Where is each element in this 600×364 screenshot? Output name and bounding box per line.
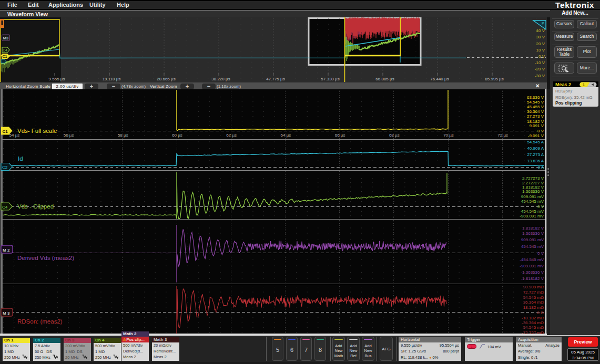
svg-text:56 µs: 56 µs bbox=[64, 133, 74, 138]
svg-text:0 Ω: 0 Ω bbox=[537, 310, 544, 315]
svg-text:M 3: M 3 bbox=[3, 311, 10, 316]
svg-text:454.545 mV: 454.545 mV bbox=[521, 244, 544, 249]
svg-text:9.555 µs: 9.555 µs bbox=[49, 77, 65, 81]
svg-text:27.273 A: 27.273 A bbox=[527, 152, 544, 157]
svg-text:0 V: 0 V bbox=[537, 251, 544, 256]
svg-text:C2: C2 bbox=[2, 165, 8, 170]
svg-text:72 µs: 72 µs bbox=[497, 133, 508, 138]
svg-text:-10 V: -10 V bbox=[535, 60, 545, 65]
svg-text:RDSon: (meas2): RDSon: (meas2) bbox=[17, 318, 63, 325]
svg-text:-54.545 mΩ: -54.545 mΩ bbox=[522, 325, 544, 330]
svg-text:57.330 µs: 57.330 µs bbox=[321, 77, 339, 81]
svg-text:90.909 mΩ: 90.909 mΩ bbox=[523, 285, 544, 289]
svg-text:C4: C4 bbox=[3, 48, 7, 52]
svg-text:M 2: M 2 bbox=[3, 248, 10, 253]
svg-text:85.995 µs: 85.995 µs bbox=[485, 77, 503, 81]
svg-text:10 V: 10 V bbox=[536, 48, 545, 53]
svg-text:30 V: 30 V bbox=[536, 35, 545, 39]
svg-text:9.091 V: 9.091 V bbox=[529, 123, 544, 128]
svg-text:P: P bbox=[542, 22, 544, 25]
svg-text:70 µs: 70 µs bbox=[443, 133, 454, 138]
svg-text:909.091 mV: 909.091 mV bbox=[521, 194, 544, 199]
svg-text:28.665 µs: 28.665 µs bbox=[157, 77, 175, 81]
svg-text:18.182 V: 18.182 V bbox=[527, 119, 544, 124]
svg-text:C1: C1 bbox=[3, 55, 7, 58]
svg-text:19.110 µs: 19.110 µs bbox=[103, 77, 121, 81]
svg-text:C4: C4 bbox=[2, 205, 8, 210]
svg-text:Vds - Clipped: Vds - Clipped bbox=[17, 203, 54, 210]
svg-text:54.545 mΩ: 54.545 mΩ bbox=[523, 295, 544, 300]
svg-text:0 V: 0 V bbox=[538, 54, 545, 59]
svg-text:-72.727 mΩ: -72.727 mΩ bbox=[522, 330, 544, 335]
svg-text:36.364 mΩ: 36.364 mΩ bbox=[523, 300, 544, 305]
svg-text:54.545 A: 54.545 A bbox=[527, 140, 544, 144]
svg-text:M3: M3 bbox=[3, 36, 8, 40]
svg-text:38.220 µs: 38.220 µs bbox=[211, 77, 230, 81]
svg-text:Derived Vds (meas2): Derived Vds (meas2) bbox=[17, 255, 74, 261]
svg-text:C1: C1 bbox=[3, 129, 8, 134]
svg-text:-9.091 V: -9.091 V bbox=[528, 133, 544, 138]
svg-text:76.440 µs: 76.440 µs bbox=[430, 77, 449, 81]
svg-text:47.775 µs: 47.775 µs bbox=[266, 77, 284, 81]
svg-text:-1.363636 V: -1.363636 V bbox=[521, 270, 544, 275]
svg-text:64 µs: 64 µs bbox=[281, 133, 291, 138]
svg-text:45.455 V: 45.455 V bbox=[527, 105, 544, 109]
svg-text:909.091 mV: 909.091 mV bbox=[521, 237, 544, 242]
svg-text:-18.182 mΩ: -18.182 mΩ bbox=[522, 316, 544, 320]
svg-text:60 µs: 60 µs bbox=[172, 133, 182, 138]
svg-text:13.636 A: 13.636 A bbox=[527, 159, 544, 163]
svg-text:Vds- Full scale: Vds- Full scale bbox=[17, 128, 57, 134]
svg-text:18.182 mΩ: 18.182 mΩ bbox=[523, 305, 544, 310]
svg-text:40.909 A: 40.909 A bbox=[527, 146, 544, 151]
svg-text:54.545 V: 54.545 V bbox=[527, 100, 544, 105]
svg-text:1.363636 V: 1.363636 V bbox=[522, 231, 544, 236]
svg-text:36.364 V: 36.364 V bbox=[527, 109, 544, 114]
svg-text:1.363636 V: 1.363636 V bbox=[522, 189, 544, 194]
svg-text:0 V: 0 V bbox=[537, 129, 544, 133]
svg-text:63.636 V: 63.636 V bbox=[527, 95, 544, 100]
svg-text:-1.818182 V: -1.818182 V bbox=[521, 276, 544, 281]
svg-text:1: 1 bbox=[583, 83, 585, 87]
svg-text:62 µs: 62 µs bbox=[226, 133, 237, 138]
svg-text:-909.091 mV: -909.091 mV bbox=[520, 214, 544, 219]
svg-text:68 µs: 68 µs bbox=[389, 133, 400, 138]
svg-text:27.273 V: 27.273 V bbox=[527, 114, 544, 119]
svg-text:-454.545 mV: -454.545 mV bbox=[520, 257, 544, 262]
svg-text:20 V: 20 V bbox=[536, 41, 545, 46]
svg-text:58 µs: 58 µs bbox=[118, 133, 128, 138]
svg-text:72.727 mΩ: 72.727 mΩ bbox=[523, 290, 544, 295]
svg-text:-909.091 mV: -909.091 mV bbox=[520, 264, 544, 268]
svg-text:454.545 mV: 454.545 mV bbox=[521, 199, 544, 204]
svg-text:-30 V: -30 V bbox=[535, 74, 545, 78]
svg-text:40 V: 40 V bbox=[536, 28, 545, 33]
svg-text:-36.364 mΩ: -36.364 mΩ bbox=[522, 320, 544, 325]
svg-text:66 µs: 66 µs bbox=[335, 133, 345, 138]
svg-text:1.818182 V: 1.818182 V bbox=[522, 226, 544, 231]
svg-text:-20 V: -20 V bbox=[535, 67, 545, 71]
svg-text:Id: Id bbox=[18, 155, 23, 162]
svg-text:0 V: 0 V bbox=[537, 204, 544, 209]
svg-text:66.885 µs: 66.885 µs bbox=[375, 77, 394, 81]
